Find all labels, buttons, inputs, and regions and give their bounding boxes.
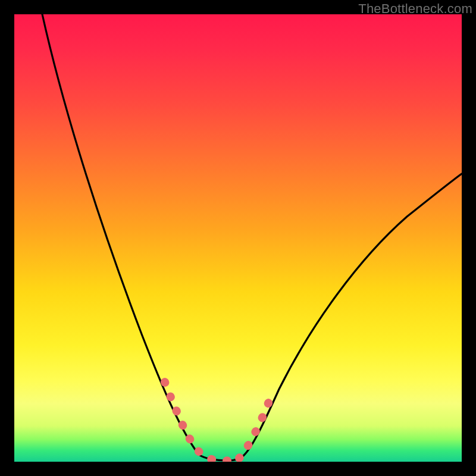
bottleneck-curve (42, 14, 462, 461)
chart-frame: TheBottleneck.com (0, 0, 476, 476)
left-highlight-segment (165, 382, 234, 461)
plot-area (14, 14, 462, 462)
curve-layer (14, 14, 462, 462)
right-highlight-segment (239, 399, 270, 458)
